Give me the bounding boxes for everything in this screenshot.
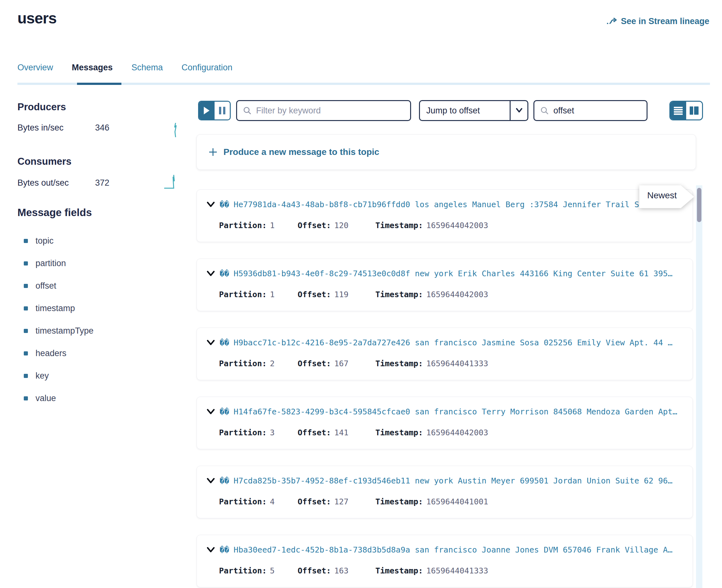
expand-message-button[interactable] [206,339,215,346]
filter-keyword-field [236,100,411,121]
replacement-character-icon: �� [220,200,229,209]
message-fields-list: topic partition offset timestamp timesta… [17,230,163,410]
timestamp-value: 1659644042003 [426,428,489,437]
field-label: key [36,371,49,381]
chevron-down-icon [206,546,215,554]
timestamp-label: Timestamp: [375,359,423,368]
topic-messages-page: users See in Stream lineage OverviewMess… [0,0,722,588]
field-checkbox-icon [24,261,28,266]
message-row[interactable]: �� H9bacc71c-b12c-4216-8e95-2a7da727e426… [197,328,693,380]
card-view-button[interactable] [686,102,702,120]
message-key-line: �� Hba30eed7-1edc-452b-8b1a-738d3b5d8a9a… [206,545,687,554]
message-field-item[interactable]: timestampType [17,320,163,342]
tab-label: Schema [131,63,163,72]
partition-label: Partition: [219,221,267,230]
expand-message-button[interactable] [206,477,215,485]
message-key: H5936db81-b943-4e0f-8c29-74513e0c0d8f ne… [233,269,673,278]
message-key: H14fa67fe-5823-4299-b3c4-595845cfcae0 sa… [233,407,677,416]
pause-button[interactable] [214,102,230,120]
offset-pair: Offset:167 [297,359,371,368]
offset-label: Offset: [297,497,331,506]
tab[interactable]: Overview [17,63,53,72]
pause-icon [223,107,225,114]
message-field-item[interactable]: headers [17,342,163,365]
chevron-down-icon [515,108,523,113]
expand-message-button[interactable] [206,270,215,277]
offset-search-input[interactable] [553,106,665,115]
replacement-character-icon: �� [220,269,229,278]
partition-pair: Partition:3 [219,428,293,437]
offset-value: 127 [334,497,348,506]
message-field-item[interactable]: timestamp [17,297,163,320]
plus-icon [208,147,218,157]
filter-keyword-input[interactable] [256,106,407,115]
message-row[interactable]: �� Hba30eed7-1edc-452b-8b1a-738d3b5d8a9a… [197,535,693,587]
stream-lineage-link[interactable]: See in Stream lineage [606,17,709,26]
stream-lineage-icon [606,17,617,26]
partition-label: Partition: [219,428,267,437]
partition-pair: Partition:2 [219,359,293,368]
timestamp-label: Timestamp: [375,428,423,437]
message-row[interactable]: �� H7cda825b-35b7-4952-88ef-c193d546eb11… [197,466,693,518]
tab[interactable]: Messages [72,63,113,72]
list-view-button[interactable] [671,102,686,120]
offset-search-field [533,100,647,121]
message-field-item[interactable]: key [17,365,163,387]
message-field-item[interactable]: topic [17,230,163,252]
field-checkbox-icon [24,284,28,288]
message-field-item[interactable]: value [17,387,163,410]
timestamp-pair: Timestamp:1659644042003 [375,221,488,230]
partition-pair: Partition:4 [219,497,293,506]
timestamp-value: 1659644041001 [426,497,489,506]
producers-heading: Producers [17,101,66,113]
bytes-in-label: Bytes in/sec [17,123,64,133]
tab-label: Configuration [182,63,233,72]
field-label: headers [36,349,66,358]
message-field-item[interactable]: partition [17,252,163,275]
select-caret-zone[interactable] [510,101,528,120]
message-key: Hba30eed7-1edc-452b-8b1a-738d3b5d8a9a sa… [233,545,673,554]
message-row[interactable]: �� H14fa67fe-5823-4299-b3c4-595845cfcae0… [197,397,693,449]
message-list-scrollbar-thumb[interactable] [697,188,701,222]
offset-pair: Offset:127 [297,497,371,506]
tab[interactable]: Schema [131,63,163,72]
bytes-out-value: 372 [95,178,109,188]
offset-pair: Offset:163 [297,566,371,575]
message-row[interactable]: �� He77981da-4a43-48ab-b8f8-cb71b96ffdd0… [197,189,693,242]
message-meta-line: Partition:2 Offset:167 Timestamp:1659644… [219,359,488,368]
message-meta-line: Partition:1 Offset:119 Timestamp:1659644… [219,290,488,299]
message-field-item[interactable]: offset [17,275,163,297]
offset-label: Offset: [297,290,331,299]
message-row[interactable]: �� H5936db81-b943-4e0f-8c29-74513e0c0d8f… [197,258,693,311]
field-label: value [36,394,56,403]
timestamp-label: Timestamp: [375,566,423,575]
partition-value: 4 [270,497,275,506]
search-icon [243,106,252,115]
timestamp-pair: Timestamp:1659644041001 [375,497,488,506]
offset-value: 163 [334,566,348,575]
field-checkbox-icon [24,239,28,243]
offset-value: 167 [334,359,348,368]
tabs-active-indicator [77,83,121,85]
bytes-out-sparkline [164,174,178,190]
message-key-line: �� H9bacc71c-b12c-4216-8e95-2a7da727e426… [206,338,687,347]
chevron-down-icon [206,270,215,277]
pause-icon [219,107,221,114]
message-list-scrollbar-track[interactable] [696,185,702,588]
tab[interactable]: Configuration [182,63,233,72]
field-checkbox-icon [24,306,28,311]
jump-to-offset-select[interactable]: Jump to offset [419,100,528,121]
replacement-character-icon: �� [220,407,229,416]
timestamp-value: 1659644041333 [426,359,489,368]
page-title: users [17,9,57,27]
expand-message-button[interactable] [206,408,215,416]
partition-label: Partition: [219,566,267,575]
message-key-line: �� H5936db81-b943-4e0f-8c29-74513e0c0d8f… [206,269,687,278]
expand-message-button[interactable] [206,546,215,554]
tab-bar: OverviewMessagesSchemaConfiguration [17,63,232,72]
produce-message-button[interactable]: Produce a new message to this topic [197,134,696,170]
play-button[interactable] [199,102,214,120]
partition-value: 3 [270,428,275,437]
replacement-character-icon: �� [220,338,229,347]
expand-message-button[interactable] [206,201,215,208]
